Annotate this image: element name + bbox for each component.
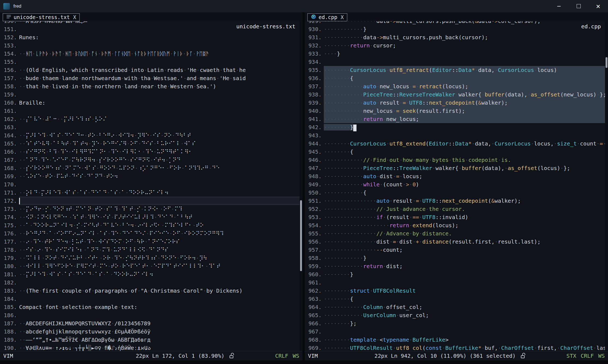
line-text[interactable]: ········{ bbox=[324, 295, 605, 303]
tab-unicode-stress[interactable]: unicode-stress.txt X bbox=[3, 13, 80, 21]
line-text[interactable]: ············auto·dist·=·locus; bbox=[324, 172, 605, 180]
line-text[interactable]: Runes: bbox=[19, 33, 299, 41]
line-text[interactable]: ············data->multi_cursors.push_bac… bbox=[324, 33, 605, 41]
line-text[interactable]: ················--count; bbox=[324, 246, 605, 254]
line-text[interactable]: ········{ bbox=[324, 148, 605, 156]
line-text[interactable]: ············{ bbox=[324, 189, 605, 197]
line-text[interactable]: ····················return·extend(locus)… bbox=[324, 221, 605, 229]
line-text[interactable]: Braille: bbox=[19, 99, 299, 107]
code-line: 937.············auto·new_locus·=·retract… bbox=[308, 82, 605, 90]
line-text[interactable]: ··⠗⠑⠛⠜⠙·⠁·⠊⠕⠋⠋⠔⠤⠝⠁⠊⠇·⠁⠎·⠹⠑·⠙⠑⠁⠙⠑⠌·⠏⠊⠑⠊⠑·… bbox=[19, 229, 299, 238]
line-text[interactable] bbox=[19, 197, 299, 205]
line-text[interactable]: ··⠁·⠙⠕⠕⠗⠤⠝⠁⠊⠇⠲·⡊·⠍⠊⠣⠞·⠙⠁⠧⠑·⠃⠑⠲·⠔⠊⠇⠔⠫⠂·⠍⠹… bbox=[19, 221, 299, 229]
line-text[interactable]: ········}; bbox=[324, 319, 605, 327]
line-text[interactable]: ··⠎⠊⠛⠝⠫·⠃⠹·⠹⠑·⠊⠇⠻⠛⠹⠍⠁⠝⠂·⠹⠑·⠊⠇⠻⠅⠂·⠹⠑·⠥⠝⠙⠻… bbox=[19, 148, 299, 156]
line-text[interactable] bbox=[19, 90, 299, 99]
editor-left[interactable]: 150.··እግርህን·በፍራሽህ·ልክ·ዘርጋ።151.152.Runes:1… bbox=[0, 21, 302, 351]
line-text[interactable]: ········CursorLocus·utf8_retract(Editor:… bbox=[324, 66, 605, 74]
line-text[interactable] bbox=[19, 278, 299, 287]
line-text[interactable]: ··⡎⠊⠗⠕⠕⠛⠑⠰⠎·⠝⠁⠍⠑·⠺⠁⠎·⠛⠕⠕⠙·⠥⠏⠕⠝·⠰⡡⠁⠝⠛⠑⠂·⠋… bbox=[19, 164, 299, 172]
line-text[interactable]: ··bude·thaem·lande·northweardum·with·tha… bbox=[19, 74, 299, 82]
line-text[interactable]: ··⡍⠜⠇⠑⠹·⠺⠁⠎·⠁⠎·⠙⠑⠁⠙·⠁⠎·⠁·⠙⠕⠕⠗⠤⠝⠁⠊⠇⠲ bbox=[19, 270, 299, 278]
line-text[interactable]: ············auto·new_locus·=·retract(loc… bbox=[324, 82, 605, 90]
scrollbar-left[interactable] bbox=[299, 21, 302, 351]
line-text[interactable]: ············auto·result·=·UTF8::next_cod… bbox=[324, 99, 605, 107]
line-text[interactable]: ··⡍⠜⠇⠑⠹·⠺⠁⠎·⠙⠑⠁⠙⠒·⠞⠕·⠃⠑⠛⠔·⠺⠊⠹⠲·⡹⠻⠑·⠊⠎·⠝⠕… bbox=[19, 131, 299, 139]
line-text[interactable] bbox=[19, 41, 299, 50]
line-number: 962. bbox=[308, 287, 322, 295]
line-text[interactable]: ··⠊⠎·⠔·⠹⠑·⠎⠊⠍⠊⠇⠑⠆·⠁⠝⠙·⠍⠹·⠥⠝⠙⠁⠇⠇⠪⠫·⠙⠁⠝⠙⠎ bbox=[19, 246, 299, 254]
line-text[interactable]: ··∀∂∈ℝ∧∪≡∞·↑↗↨↻⇣·┐┼╔╘░►☺♀·ﬁ�⑀₂ἠḂӥẄɐː⍎אԱა bbox=[19, 344, 299, 351]
window-controls: ─ × bbox=[549, 0, 608, 12]
maximize-button[interactable] bbox=[569, 0, 588, 12]
line-text[interactable]: ··ᚻᛖ·ᚳᚹᚫᚦ·ᚦᚫᛏ·ᚻᛖ·ᛒᚢᛞᛖ·ᚩᚾ·ᚦᚫᛗ·ᛚᚪᚾᛞᛖ·ᚾᚩᚱᚦᚹ… bbox=[19, 50, 299, 58]
line-text[interactable]: ··(Old·English,·which·transcribed·into·L… bbox=[19, 66, 299, 74]
line-text[interactable] bbox=[19, 58, 299, 66]
line-text[interactable]: ············PieceTree::TreeWalker·walker… bbox=[324, 164, 605, 172]
line-number: 930. bbox=[308, 25, 322, 33]
line-text[interactable]: ········UTF8ColResult·utf8_col(const·Buf… bbox=[324, 344, 605, 351]
line-text[interactable] bbox=[19, 123, 299, 131]
line-text[interactable]: ············//·Find·out·how·many·bytes·t… bbox=[324, 156, 605, 164]
line-text[interactable]: ············PieceTree::ReverseTreeWalker… bbox=[324, 90, 605, 99]
line-text[interactable] bbox=[324, 58, 605, 66]
line-text[interactable] bbox=[19, 107, 299, 115]
line-text[interactable]: ········struct·UTF8ColResult bbox=[324, 287, 605, 295]
line-text[interactable]: ··ABCDEFGHIJKLMNOPQRSTUVWXYZ·/0123456789 bbox=[19, 319, 299, 327]
line-text[interactable]: ··⠡⠕⠎⠑·⠞⠕·⠏⠥⠞·⠙⠊⠎·⠙⠁⠝⠙·⠞⠕⠲ bbox=[19, 172, 299, 180]
line-text[interactable]: ················//·Just·advance·the·curs… bbox=[324, 205, 605, 213]
line-text[interactable]: ········} bbox=[324, 270, 605, 278]
line-text[interactable]: ········template·<typename·BufferLike> bbox=[324, 336, 605, 344]
line-text[interactable]: ··⠔·⠹⠑·⠞⠗⠁⠙⠑⠲·⡃⠥⠞·⠹⠑·⠺⠊⠎⠙⠕⠍·⠕⠋·⠳⠗·⠁⠝⠊⠑⠌⠕… bbox=[19, 238, 299, 246]
line-text[interactable] bbox=[19, 311, 299, 319]
line-text[interactable]: ········return·cursor; bbox=[324, 41, 605, 50]
line-text[interactable]: ········CursorLocus·utf8_extend(Editor::… bbox=[324, 139, 605, 148]
line-text[interactable]: ··⠱⠁⠞⠑⠧⠻·⠁⠃⠳⠞·⠹⠁⠞⠲·⡹⠑·⠗⠑⠛⠊⠌⠻·⠕⠋·⠙⠊⠎·⠃⠥⠗⠊… bbox=[19, 139, 299, 148]
line-text[interactable] bbox=[324, 131, 605, 139]
line-text[interactable]: ··⡕⠇⠙·⡍⠜⠇⠑⠹·⠺⠁⠎·⠁⠎·⠙⠑⠁⠙·⠁⠎·⠁·⠙⠕⠕⠗⠤⠝⠁⠊⠇⠲ bbox=[19, 189, 299, 197]
line-text[interactable]: ··⠪⠝·⠅⠝⠪⠇⠫⠛⠑⠂·⠱⠁⠞·⠹⠻⠑·⠊⠎·⠏⠜⠞⠊⠊⠥⠇⠜⠇⠹·⠙⠑⠁⠙… bbox=[19, 213, 299, 221]
line-text[interactable]: ················data->multi_cursors.push… bbox=[324, 21, 605, 25]
line-text[interactable]: ··–—‘“”„†•…‰™œŠŸž€·ΑΒΓΔΩαβγδω·АБВГДабвгд bbox=[19, 336, 299, 344]
line-text[interactable]: ············} bbox=[324, 25, 605, 33]
line-text[interactable]: ············UserColumn·user_col; bbox=[324, 311, 605, 319]
line-text[interactable]: ··⠩⠁⠇⠇·⠝⠕⠞·⠙⠊⠌⠥⠗⠃·⠊⠞⠂·⠕⠗·⠹⠑·⡊⠳⠝⠞⠗⠹⠰⠎·⠙⠕⠝… bbox=[19, 254, 299, 262]
line-text[interactable]: Compact·font·selection·example·text: bbox=[19, 303, 299, 311]
line-text[interactable]: ····} bbox=[324, 50, 605, 58]
line-text[interactable]: ················dist·=·dist·+·distance(r… bbox=[324, 238, 605, 246]
line-text[interactable]: ··⠺⠊⠇⠇·⠹⠻⠑⠋⠕⠗⠑·⠏⠻⠍⠊⠞·⠍⠑·⠞⠕·⠗⠑⠏⠑⠁⠞⠂·⠑⠍⠏⠙⠁… bbox=[19, 262, 299, 270]
titlebar[interactable]: fred ─ × bbox=[0, 0, 608, 12]
line-text[interactable] bbox=[324, 278, 605, 287]
line-text[interactable]: ········{ bbox=[324, 74, 605, 82]
close-button[interactable]: × bbox=[588, 0, 608, 12]
line-text[interactable]: ··⠁⠝⠙·⠹⠑·⠡⠊⠑⠋·⠍⠳⠗⠝⠻⠲·⡎⠊⠗⠕⠕⠛⠑·⠎⠊⠛⠝⠫·⠊⠞⠲·⡁… bbox=[19, 156, 299, 164]
line-text[interactable]: ········} bbox=[324, 123, 605, 131]
line-text[interactable]: ··abcdefghijklmnopqrstuvwxyz·£©µÀÆÖÞßéöÿ bbox=[19, 327, 299, 336]
line-text[interactable]: ············while·(count·>·0) bbox=[324, 180, 605, 189]
line-text[interactable]: ················if·(result·==·UTF8::inva… bbox=[324, 213, 605, 221]
line-text[interactable] bbox=[19, 295, 299, 303]
line-number: 158. bbox=[3, 82, 17, 90]
line-text[interactable]: ············return·dist; bbox=[324, 262, 605, 270]
line-text[interactable]: ··that·he·lived·in·the·northern·land·nea… bbox=[19, 82, 299, 90]
line-text[interactable]: ··⡍⠔⠙⠖·⡊·⠙⠕⠝⠰⠞·⠍⠑⠁⠝·⠞⠕·⠎⠁⠹·⠹⠁⠞·⡊·⠅⠝⠪⠂·⠕⠋… bbox=[19, 205, 299, 213]
line-text[interactable]: ············Column·offset_col; bbox=[324, 303, 605, 311]
tab-ed-cpp[interactable]: ed.cpp X bbox=[307, 13, 347, 21]
scrollbar-thumb[interactable] bbox=[300, 200, 302, 271]
line-text[interactable]: ··⡌⠁⠧⠑·⠼⠁⠒··⡍⠜⠇⠑⠹⠰⠎·⡣⠕⠌ bbox=[19, 115, 299, 123]
line-text[interactable]: ··(The·first·couple·of·paragraphs·of·"A·… bbox=[19, 287, 299, 295]
scrollbar-right[interactable] bbox=[605, 21, 608, 351]
minimize-button[interactable]: ─ bbox=[549, 0, 569, 12]
line-text[interactable]: ················auto·result·=·UTF8::next… bbox=[324, 197, 605, 205]
tab-close-button[interactable]: X bbox=[73, 14, 76, 20]
pane-divider[interactable] bbox=[302, 12, 305, 360]
line-text[interactable]: ············} bbox=[324, 254, 605, 262]
line-text[interactable]: ················//·Advance·by·distance. bbox=[324, 229, 605, 238]
editor-right[interactable]: 929.················data->multi_cursors.… bbox=[305, 21, 608, 351]
line-text[interactable]: ············new_locus·=·seek(result.firs… bbox=[324, 107, 605, 115]
scrollbar-thumb[interactable] bbox=[606, 57, 607, 68]
line-text[interactable] bbox=[19, 180, 299, 189]
tab-close-button[interactable]: X bbox=[341, 14, 344, 20]
line-text[interactable] bbox=[324, 327, 605, 336]
line-text[interactable]: ············return·new_locus; bbox=[324, 115, 605, 123]
